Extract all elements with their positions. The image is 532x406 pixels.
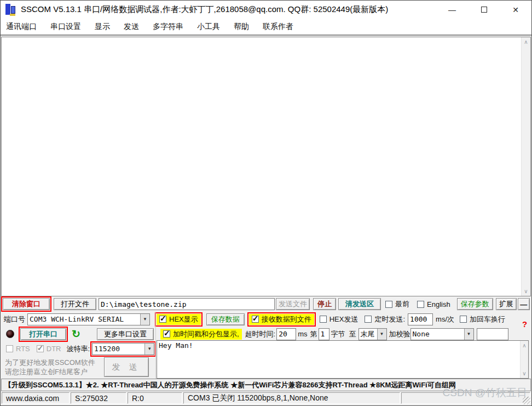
timeout-unit-label: ms bbox=[298, 330, 307, 338]
extend-button[interactable]: 扩展 bbox=[496, 298, 517, 310]
stop-button[interactable]: 停止 bbox=[313, 298, 336, 310]
rts-checkbox: RTS bbox=[6, 345, 30, 353]
csdn-watermark: CSDN @竹秋五日 bbox=[443, 386, 527, 400]
send-button: 发 送 bbox=[104, 357, 149, 377]
refresh-ports-icon[interactable]: ↻ bbox=[72, 328, 80, 340]
menu-tools[interactable]: 小工具 bbox=[197, 22, 220, 32]
topmost-checkbox[interactable]: 最前 bbox=[385, 299, 409, 309]
toolbar-row-3: 打开串口 ↻ 更多串口设置 ✓ 加时间戳和分包显示, 超时时间: ms 第 字节… bbox=[3, 328, 529, 340]
more-port-settings-button[interactable]: 更多串口设置 bbox=[97, 328, 154, 340]
timed-send-unit-label: ms/次 bbox=[436, 314, 454, 324]
panel-divider bbox=[155, 312, 156, 379]
dtr-checkbox: ✓ DTR bbox=[37, 345, 61, 353]
send-text: Hey Man! bbox=[159, 341, 193, 350]
clear-window-button[interactable]: 清除窗口 bbox=[3, 298, 50, 310]
hex-display-checkbox[interactable]: ✓ HEX显示 bbox=[157, 314, 201, 325]
timestamp-checkbox[interactable]: ✓ 加时间戳和分包显示, bbox=[160, 329, 242, 340]
add-crlf-checkbox[interactable]: 加回车换行 bbox=[460, 314, 505, 324]
checkbox-icon bbox=[320, 316, 327, 323]
english-checkbox[interactable]: English bbox=[417, 300, 450, 308]
sscom-window: SSCOM V5.13.1 串口/网络数据调试器,作者:大虾丁丁,2618058… bbox=[0, 0, 532, 406]
hex-send-checkbox[interactable]: HEX发送 bbox=[320, 314, 358, 324]
checkbox-icon: ✓ bbox=[37, 345, 44, 352]
open-file-button[interactable]: 打开文件 bbox=[54, 298, 96, 310]
chevron-down-icon[interactable]: ▼ bbox=[377, 329, 386, 340]
menu-bar: 通讯端口 串口设置 显示 发送 多字符串 小工具 帮助 联系作者 bbox=[1, 19, 531, 36]
menu-serial-settings[interactable]: 串口设置 bbox=[50, 22, 81, 32]
received-counter: R:0 bbox=[128, 392, 182, 404]
port-label: 端口号 bbox=[4, 314, 25, 324]
chevron-down-icon[interactable]: ▼ bbox=[144, 344, 154, 354]
sent-counter: S:275032 bbox=[71, 392, 126, 404]
byte-index-input[interactable] bbox=[319, 328, 329, 340]
file-path-input[interactable] bbox=[99, 298, 275, 310]
byte-prefix-label: 第 bbox=[310, 329, 317, 339]
toolbar-row-2: 端口号 COM3 WCH-LinkRV SERIAL ▼ ✓ HEX显示 保存数… bbox=[3, 313, 529, 325]
maximize-icon bbox=[481, 7, 487, 13]
baud-rate-select[interactable]: 115200 ▼ bbox=[92, 343, 154, 355]
open-port-button[interactable]: 打开串口 bbox=[20, 328, 66, 340]
checksum-label: 加校验 bbox=[389, 329, 410, 339]
timed-send-checkbox[interactable]: 定时发送: bbox=[365, 314, 405, 324]
receive-to-file-checkbox[interactable]: ✓ 接收数据到文件 bbox=[249, 314, 314, 325]
checkbox-icon bbox=[6, 345, 13, 352]
title-bar: SSCOM V5.13.1 串口/网络数据调试器,作者:大虾丁丁,2618058… bbox=[1, 1, 531, 19]
help-question-mark[interactable]: ? bbox=[522, 319, 527, 329]
minimize-button[interactable]: — bbox=[436, 1, 468, 19]
checkbox-icon bbox=[385, 301, 392, 308]
window-title: SSCOM V5.13.1 串口/网络数据调试器,作者:大虾丁丁,2618058… bbox=[21, 4, 388, 15]
port-status-led-icon bbox=[6, 330, 14, 338]
menu-display[interactable]: 显示 bbox=[95, 22, 110, 32]
byte-label: 字节 bbox=[331, 329, 345, 339]
clear-send-area-button[interactable]: 清发送区 bbox=[338, 298, 381, 310]
send-scrollbar[interactable]: ∧ ∨ bbox=[520, 341, 528, 378]
menu-send[interactable]: 发送 bbox=[124, 22, 139, 32]
menu-multi-string[interactable]: 多字符串 bbox=[153, 22, 183, 32]
receive-scrollbar[interactable]: ∧ ∨ bbox=[521, 37, 530, 296]
menu-help[interactable]: 帮助 bbox=[234, 22, 249, 32]
to-label: 至 bbox=[349, 329, 356, 339]
toolbar-row-4: RTS ✓ DTR 波特率: 115200 ▼ bbox=[3, 342, 157, 355]
checkbox-icon bbox=[365, 316, 372, 323]
baud-rate-label: 波特率: bbox=[66, 344, 90, 354]
checksum-select[interactable]: None ▼ bbox=[410, 328, 474, 340]
toolbar-row-1: 清除窗口 打开文件 发送文件 停止 清发送区 最前 English 保存参数 扩… bbox=[3, 298, 529, 311]
registration-promo: 为了更好地发展SSCOM软件 请您注册嘉立创F结尾客户 bbox=[5, 358, 95, 376]
port-status-text: COM3 已关闭 115200bps,8,1,None,None bbox=[183, 392, 400, 404]
resize-grip[interactable] bbox=[523, 397, 530, 404]
timeout-input[interactable] bbox=[276, 328, 296, 340]
collapse-button[interactable]: — bbox=[518, 298, 530, 310]
menu-contact-author[interactable]: 联系作者 bbox=[263, 22, 293, 32]
scroll-down-icon[interactable]: ∨ bbox=[522, 370, 526, 376]
app-icon bbox=[5, 4, 16, 16]
maximize-button[interactable] bbox=[468, 1, 500, 19]
receive-area[interactable]: ∧ ∨ bbox=[1, 37, 531, 296]
scroll-up-icon[interactable]: ∧ bbox=[522, 342, 526, 348]
website-link[interactable]: www.daxia.com bbox=[2, 392, 70, 404]
send-input-area[interactable]: Hey Man! ∧ ∨ bbox=[157, 340, 529, 379]
timeout-label: 超时时间: bbox=[245, 329, 276, 339]
scroll-up-icon[interactable]: ∧ bbox=[524, 39, 528, 45]
to-position-select[interactable]: 末尾 ▼ bbox=[358, 328, 387, 340]
checkbox-icon bbox=[460, 316, 467, 323]
timed-send-interval-input[interactable] bbox=[408, 313, 433, 325]
chevron-down-icon[interactable]: ▼ bbox=[140, 314, 149, 325]
checkbox-icon: ✓ bbox=[252, 316, 259, 323]
checkbox-icon bbox=[417, 301, 424, 308]
checkbox-icon: ✓ bbox=[163, 330, 170, 338]
checkbox-icon: ✓ bbox=[159, 316, 166, 323]
send-file-button: 发送文件 bbox=[276, 298, 310, 310]
scroll-down-icon[interactable]: ∨ bbox=[524, 288, 528, 294]
chevron-down-icon[interactable]: ▼ bbox=[464, 329, 473, 340]
save-data-button[interactable]: 保存数据 bbox=[206, 313, 245, 325]
save-params-button[interactable]: 保存参数 bbox=[457, 298, 493, 310]
close-button[interactable]: ✕ bbox=[500, 1, 531, 19]
menu-comm-port[interactable]: 通讯端口 bbox=[6, 22, 37, 32]
port-select[interactable]: COM3 WCH-LinkRV SERIAL ▼ bbox=[27, 313, 150, 325]
checksum-value-field[interactable] bbox=[477, 328, 508, 340]
toolbar-row-5: 为了更好地发展SSCOM软件 请您注册嘉立创F结尾客户 发 送 bbox=[3, 357, 157, 378]
